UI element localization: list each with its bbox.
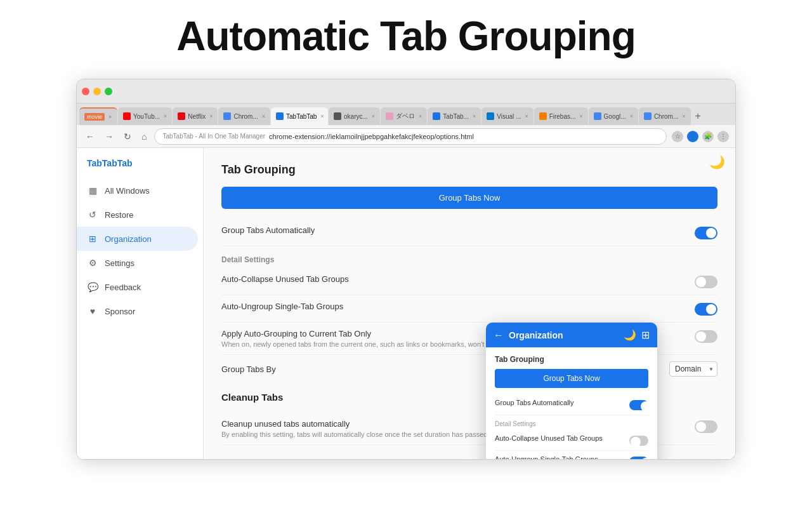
overlay-group-now-button[interactable]: Group Tabs Now — [495, 369, 648, 388]
tab-label: TabTabTab — [286, 113, 317, 120]
tab-close-icon[interactable]: × — [525, 113, 528, 119]
sidebar-label-sponsor: Sponsor — [105, 307, 135, 316]
cleanup-toggle[interactable] — [695, 420, 717, 433]
group-auto-toggle[interactable] — [695, 227, 717, 239]
overlay-moon-icon[interactable]: 🌙 — [624, 329, 636, 341]
home-button[interactable]: ⌂ — [139, 130, 149, 143]
auto-collapse-row: Auto-Collapse Unused Tab Groups — [221, 268, 717, 295]
sidebar-label-restore: Restore — [105, 210, 134, 220]
overlay-auto-ungroup-toggle[interactable] — [629, 457, 648, 460]
address-input[interactable]: TabTabTab - All In One Tab Manager chrom… — [154, 128, 667, 145]
overlay-auto-collapse-toggle[interactable] — [629, 436, 648, 446]
tab-google[interactable]: Googl... × — [589, 107, 638, 125]
auto-collapse-label: Auto-Collapse Unused Tab Groups — [221, 274, 349, 284]
group-by-select[interactable]: Domain URL — [669, 361, 717, 377]
tab-label: Firebas... — [549, 113, 576, 120]
extension-icon[interactable]: 🧩 — [702, 131, 714, 142]
chrome-favicon — [223, 112, 231, 120]
auto-ungroup-row: Auto-Ungroup Single-Tab Groups — [221, 295, 717, 323]
bookmark-icon[interactable]: ☆ — [672, 131, 683, 142]
forward-button[interactable]: → — [102, 130, 116, 143]
overlay-header-icons: 🌙 ⊞ — [624, 329, 650, 341]
address-icons: ☆ 👤 🧩 ⋮ — [672, 131, 729, 142]
sidebar-label-feedback: Feedback — [105, 283, 141, 292]
close-button[interactable] — [82, 88, 89, 95]
group-tabs-now-button[interactable]: Group Tabs Now — [221, 187, 717, 209]
tab-firebase[interactable]: Firebas... × — [534, 107, 588, 125]
tab-okaryc[interactable]: okaryc... × — [329, 107, 380, 125]
tab-chrome2[interactable]: Chrom... × — [639, 107, 691, 125]
profile-icon[interactable]: 👤 — [687, 131, 698, 142]
tab-close-icon[interactable]: × — [209, 113, 213, 119]
settings-icon[interactable]: ⋮ — [717, 131, 729, 142]
tab-movie[interactable]: movie × — [79, 107, 117, 125]
tab-label: Chrom... — [654, 113, 678, 120]
apply-auto-toggle[interactable] — [695, 330, 717, 343]
tab-close-icon[interactable]: × — [108, 114, 112, 120]
tab-label: okaryc... — [344, 113, 368, 120]
sidebar-item-feedback[interactable]: 💬 Feedback — [77, 275, 203, 299]
tab-close-icon[interactable]: × — [164, 113, 167, 119]
organization-icon: ⊞ — [87, 233, 98, 244]
apply-auto-label: Apply Auto-Grouping to Current Tab Only — [221, 329, 460, 338]
tab-close-icon[interactable]: × — [262, 113, 265, 119]
tab-dabero[interactable]: ダベロ × — [381, 107, 427, 125]
sidebar-item-all-windows[interactable]: ▦ All Windows — [77, 178, 203, 203]
tab-close-icon[interactable]: × — [630, 113, 633, 119]
tab-close-icon[interactable]: × — [320, 113, 324, 119]
sidebar-item-sponsor[interactable]: ♥ Sponsor — [77, 299, 203, 323]
tab-close-icon[interactable]: × — [682, 113, 685, 119]
sponsor-icon: ♥ — [87, 305, 98, 317]
tab-visual[interactable]: Visual ... × — [481, 107, 533, 125]
tab-netflix[interactable]: Netflix × — [173, 107, 218, 125]
refresh-button[interactable]: ↻ — [121, 130, 134, 143]
google-favicon — [594, 112, 601, 120]
tab-label: ダベロ — [396, 112, 415, 121]
overlay-body: Tab Grouping Group Tabs Now Group Tabs A… — [486, 347, 657, 460]
address-prefix: TabTabTab - All In One Tab Manager — [162, 133, 265, 140]
feedback-icon: 💬 — [87, 281, 98, 293]
back-button[interactable]: ← — [83, 130, 97, 143]
overlay-grid-icon[interactable]: ⊞ — [641, 329, 650, 341]
overlay-tab-grouping-title: Tab Grouping — [495, 355, 648, 364]
tab-youtube[interactable]: YouTub... × — [118, 107, 172, 125]
sidebar-label-settings: Settings — [105, 258, 134, 268]
overlay-group-auto-label: Group Tabs Automatically — [495, 399, 574, 406]
tab-close-icon[interactable]: × — [579, 113, 582, 119]
address-url: chrome-extension://ieklamoilnjjpebpgahke… — [269, 133, 474, 140]
tab-label: Chrom... — [233, 113, 258, 120]
tabtab2-favicon — [433, 112, 440, 120]
auto-ungroup-label: Auto-Ungroup Single-Tab Groups — [221, 302, 343, 311]
sidebar-item-settings[interactable]: ⚙ Settings — [77, 251, 203, 275]
auto-ungroup-toggle[interactable] — [695, 303, 717, 316]
overlay-auto-ungroup-row: Auto-Ungroup Single-Tab Groups — [495, 451, 648, 460]
tab-close-icon[interactable]: × — [473, 113, 476, 119]
overlay-back-button[interactable]: ← — [494, 330, 504, 341]
overlay-group-auto-toggle[interactable] — [629, 400, 648, 410]
maximize-button[interactable] — [105, 88, 112, 95]
sidebar-item-restore[interactable]: ↺ Restore — [77, 203, 203, 227]
netflix-favicon — [178, 112, 185, 120]
group-by-select-wrapper: Domain URL — [669, 361, 717, 377]
tab-close-icon[interactable]: × — [419, 113, 422, 119]
detail-settings-title: Detail Settings — [221, 255, 717, 264]
tab-label: Googl... — [604, 113, 626, 120]
tab-label: Visual ... — [497, 113, 521, 120]
auto-collapse-toggle[interactable] — [695, 276, 717, 288]
overlay-detail-title: Detail Settings — [495, 420, 648, 427]
sidebar-item-organization[interactable]: ⊞ Organization — [77, 227, 198, 251]
tab-label: TabTab... — [443, 113, 469, 120]
minimize-button[interactable] — [93, 88, 101, 95]
dabero-favicon — [386, 112, 393, 120]
sidebar-label-all-windows: All Windows — [105, 186, 150, 196]
sidebar-label-organization: Organization — [105, 234, 152, 244]
dark-mode-toggle[interactable]: 🌙 — [709, 154, 725, 170]
tab-tabtabtab[interactable]: TabTabTab × — [271, 107, 328, 125]
sidebar-brand: TabTabTab — [77, 158, 203, 178]
tab-close-icon[interactable]: × — [372, 113, 375, 119]
tab-tabtab2[interactable]: TabTab... × — [428, 107, 481, 125]
group-by-label: Group Tabs By — [221, 364, 276, 374]
new-tab-button[interactable]: + — [691, 107, 705, 125]
tab-chrome1[interactable]: Chrom... × — [218, 107, 270, 125]
tab-label: Netflix — [188, 113, 206, 120]
